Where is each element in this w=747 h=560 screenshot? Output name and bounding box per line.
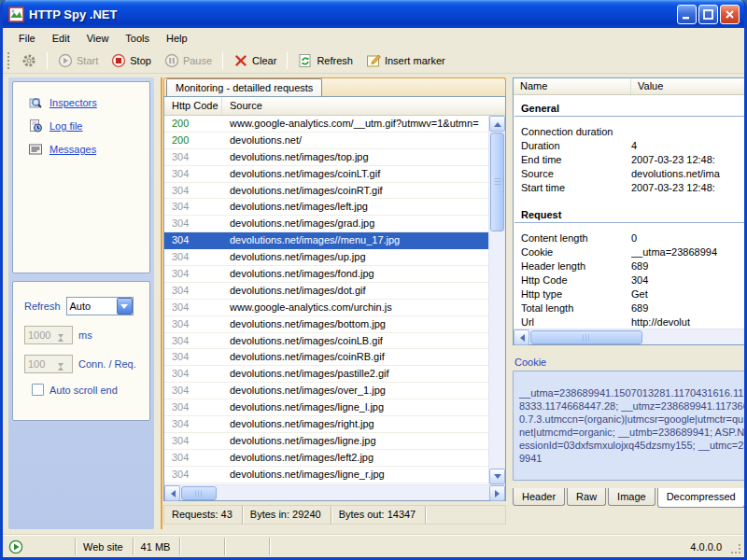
tab-decompressed[interactable]: Decompressed (657, 488, 744, 508)
sidebar-item-messages[interactable]: Messages (28, 142, 149, 157)
sidebar-link-log-file[interactable]: Log file (49, 120, 82, 132)
property-value (631, 126, 744, 140)
column-header-source[interactable]: Source (222, 97, 505, 115)
table-row[interactable]: 304devolutions.net/images/grad.jpg (164, 216, 488, 232)
table-row[interactable]: 304devolutions.net/images//menu_17.jpg (164, 232, 488, 249)
scrollbar-thumb[interactable] (530, 330, 642, 344)
chevron-down-icon[interactable] (117, 298, 133, 315)
property-value: 2007-03-23 12:48: (631, 154, 744, 168)
statusbar-panel (225, 538, 270, 555)
menu-help[interactable]: Help (158, 30, 196, 47)
table-row[interactable]: 304devolutions.net/images/bottom.jpg (164, 316, 488, 333)
cookie-value-box[interactable]: __utma=238689941.1507013281.1170431616.1… (513, 371, 744, 481)
source-cell: devolutions.net/images/top.jpg (222, 149, 488, 165)
refresh-label: Refresh (24, 301, 61, 312)
insert-marker-button[interactable]: Insert marker (359, 50, 452, 71)
table-row[interactable]: 304devolutions.net/images/coinRT.gif (164, 183, 488, 200)
grid-horizontal-scrollbar[interactable] (514, 329, 744, 344)
property-row[interactable]: Urlhttp://devolut (514, 316, 744, 329)
close-button[interactable] (720, 5, 740, 24)
toolbar-button-label: Clear (252, 55, 276, 66)
interval-stepper[interactable] (24, 326, 73, 344)
table-row[interactable]: 304devolutions.net/images/over_1.jpg (164, 383, 488, 399)
refresh-button[interactable]: Refresh (291, 50, 359, 71)
scrollbar-thumb[interactable] (181, 486, 217, 500)
property-name: Http type (514, 288, 631, 302)
table-row[interactable]: 304devolutions.net/images/right.jpg (164, 416, 488, 433)
table-vertical-scrollbar[interactable] (488, 116, 505, 484)
property-row[interactable]: Start time2007-03-23 12:48: (514, 182, 744, 196)
property-row[interactable]: Total length689 (514, 302, 744, 316)
menu-tools[interactable]: Tools (117, 30, 158, 47)
sidebar-link-messages[interactable]: Messages (49, 144, 96, 155)
ms-label: ms (78, 329, 92, 341)
scroll-right-icon[interactable] (489, 485, 505, 501)
table-row[interactable]: 304devolutions.net/images/left.jpg (164, 199, 488, 216)
table-header: Http Code Source (164, 97, 505, 116)
sidebar-link-inspectors[interactable]: Inspectors (49, 97, 97, 108)
table-row[interactable]: 304devolutions.net/images/up.jpg (164, 249, 488, 266)
menu-view[interactable]: View (78, 30, 118, 47)
details-panel: Name Value GeneralConnection durationDur… (513, 77, 744, 529)
tab-raw[interactable]: Raw (567, 488, 606, 506)
source-cell: devolutions.net/images/grad.jpg (222, 216, 488, 231)
sidebar-item-log-file[interactable]: Log file (28, 119, 149, 133)
property-value: devolutions.net/ima (631, 168, 744, 182)
table-row[interactable]: 304devolutions.net/images/left2.jpg (164, 450, 488, 467)
property-row[interactable]: Duration4 (514, 140, 744, 154)
scrollbar-thumb[interactable] (490, 133, 504, 231)
requests-table: Http Code Source 200www.google-analytics… (163, 96, 506, 501)
table-row[interactable]: 304devolutions.net/images/coinLB.gif (164, 333, 488, 350)
tab-header[interactable]: Header (513, 488, 565, 506)
table-row[interactable]: 304devolutions.net/images/ligne_r.jpg (164, 467, 488, 483)
table-row[interactable]: 200devolutions.net/ (164, 133, 488, 149)
table-row[interactable]: 304devolutions.net/images/dot.gif (164, 283, 488, 300)
table-row[interactable]: 304devolutions.net/images/coinRB.gif (164, 349, 488, 366)
property-row[interactable]: Cookie__utma=23868994 (514, 246, 744, 260)
scroll-left-icon[interactable] (164, 485, 180, 501)
table-row[interactable]: 304devolutions.net/images/ligne.jpg (164, 433, 488, 450)
table-row[interactable]: 200www.google-analytics.com/__utm.gif?ut… (164, 116, 488, 133)
table-horizontal-scrollbar[interactable] (164, 484, 505, 500)
table-row[interactable]: 304devolutions.net/images/coinLT.gif (164, 166, 488, 183)
toolbar-grip[interactable] (7, 52, 11, 69)
minimize-button[interactable] (677, 5, 697, 24)
column-header-name[interactable]: Name (514, 78, 631, 94)
tab-monitoring[interactable]: Monitoring - detailled requests (166, 78, 322, 96)
maximize-button[interactable] (698, 5, 718, 24)
property-value: __utma=23868994 (631, 246, 744, 260)
tab-image[interactable]: Image (608, 488, 655, 506)
resize-grip[interactable] (729, 542, 742, 555)
auto-scroll-checkbox[interactable] (32, 384, 44, 396)
table-row[interactable]: 304devolutions.net/images/top.jpg (164, 149, 488, 166)
http-code-cell: 304 (164, 416, 222, 432)
table-row[interactable]: 304www.google-analytics.com/urchin.js (164, 300, 488, 316)
stop-button[interactable]: Stop (105, 50, 158, 71)
scroll-left-icon[interactable] (514, 329, 529, 345)
property-row[interactable]: Sourcedevolutions.net/ima (514, 168, 744, 182)
connections-stepper[interactable] (24, 355, 73, 373)
scroll-up-icon[interactable] (489, 116, 505, 132)
property-row[interactable]: Content length0 (514, 232, 744, 246)
property-row[interactable]: Connection duration (514, 126, 744, 140)
left-sidebar: InspectorsLog fileMessages Refresh Auto … (8, 77, 154, 529)
titlebar[interactable]: HTTP Spy .NET (3, 0, 744, 28)
column-header-http-code[interactable]: Http Code (164, 97, 222, 115)
messages-icon (28, 142, 43, 157)
menu-edit[interactable]: Edit (44, 30, 78, 47)
property-name: Cookie (514, 246, 631, 260)
property-row[interactable]: End time2007-03-23 12:48: (514, 154, 744, 168)
sidebar-item-inspectors[interactable]: Inspectors (28, 95, 149, 110)
property-row[interactable]: Http typeGet (514, 288, 744, 302)
menu-file[interactable]: File (10, 30, 44, 47)
property-row[interactable]: Header length689 (514, 260, 744, 274)
scroll-down-icon[interactable] (489, 469, 505, 484)
clear-button[interactable]: Clear (227, 50, 283, 71)
table-row[interactable]: 304devolutions.net/images/fond.jpg (164, 266, 488, 283)
connections-input (25, 356, 58, 372)
table-row[interactable]: 304devolutions.net/images/ligne_l.jpg (164, 399, 488, 416)
column-header-value[interactable]: Value (631, 78, 744, 94)
property-row[interactable]: Http Code304 (514, 274, 744, 288)
refresh-mode-select[interactable]: Auto (66, 297, 134, 315)
table-row[interactable]: 304devolutions.net/images/pastille2.gif (164, 366, 488, 383)
